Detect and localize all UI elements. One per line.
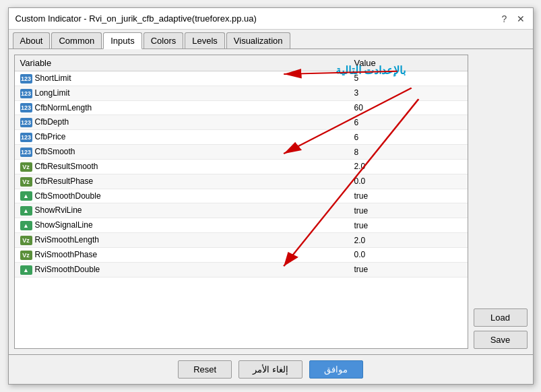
variables-table: Variable Value 123ShortLimit5123LongLimi… (15, 55, 468, 277)
variable-name-cell: 123CfbPrice (15, 130, 349, 145)
variable-name-cell: ▲RviSmoothDouble (15, 262, 349, 277)
col-value-header: Value (348, 55, 467, 71)
side-buttons: Load Save (474, 55, 528, 349)
variable-value-cell[interactable]: 6 (348, 115, 467, 130)
table-row[interactable]: 123LongLimit3 (15, 86, 468, 100)
type-icon: Vz (20, 162, 32, 172)
table-row[interactable]: VzRviSmoothPhase0.0 (15, 247, 468, 262)
cancel-button[interactable]: إلغاء الأمر (238, 360, 303, 379)
table-row[interactable]: 123CfbPrice6 (15, 130, 468, 145)
variables-table-container[interactable]: Variable Value 123ShortLimit5123LongLimi… (14, 55, 468, 349)
ok-button[interactable]: موافق (309, 360, 363, 379)
variable-name-cell: ▲ShowRviLine (15, 203, 349, 218)
dialog: Custom Indicator - Rvi_on_jurik_cfb_adap… (8, 7, 534, 385)
title-bar-controls: ? ✕ (499, 13, 526, 24)
type-icon: 123 (20, 74, 32, 84)
tab-bar: About Common Inputs Colors Levels Visual… (9, 30, 533, 49)
reset-button[interactable]: Reset (178, 360, 232, 379)
col-variable-header: Variable (15, 55, 349, 71)
variable-value-cell[interactable]: 8 (348, 145, 467, 160)
variable-value-cell[interactable]: 5 (348, 71, 467, 86)
variable-value-cell[interactable]: 6 (348, 130, 467, 145)
variable-name-cell: ▲ShowSignalLine (15, 218, 349, 233)
variable-name-cell: 123CfbDepth (15, 115, 349, 130)
variable-value-cell[interactable]: 0.0 (348, 174, 467, 189)
title-bar: Custom Indicator - Rvi_on_jurik_cfb_adap… (9, 8, 533, 30)
table-row[interactable]: 123CfbDepth6 (15, 115, 468, 130)
variable-value-cell[interactable]: 2.0 (348, 159, 467, 174)
type-icon: 123 (20, 89, 32, 98)
dialog-title: Custom Indicator - Rvi_on_jurik_cfb_adap… (15, 13, 257, 24)
type-icon: ▲ (20, 206, 32, 216)
tab-inputs[interactable]: Inputs (103, 32, 141, 49)
footer: Reset إلغاء الأمر موافق (9, 354, 533, 384)
save-button[interactable]: Save (474, 331, 528, 349)
table-row[interactable]: ▲ShowRviLinetrue (15, 203, 468, 218)
variable-name-cell: 123ShortLimit (15, 71, 349, 86)
type-icon: ▲ (20, 191, 32, 201)
type-icon: Vz (20, 177, 32, 187)
variable-name-cell: VzCfbResultSmooth (15, 159, 349, 174)
type-icon: 123 (20, 103, 32, 112)
variable-name-cell: VzRviSmoothPhase (15, 247, 349, 262)
type-icon: Vz (20, 236, 32, 245)
content-area: Variable Value 123ShortLimit5123LongLimi… (9, 49, 533, 354)
variable-value-cell[interactable]: true (348, 189, 467, 203)
type-icon: 123 (20, 148, 32, 157)
variable-name-cell: 123CfbSmooth (15, 145, 349, 160)
type-icon: ▲ (20, 221, 32, 230)
variable-name-cell: 123CfbNormLength (15, 100, 349, 115)
help-button[interactable]: ? (499, 13, 510, 24)
type-icon: Vz (20, 251, 32, 260)
variable-name-cell: ▲CfbSmoothDouble (15, 189, 349, 203)
table-row[interactable]: ▲CfbSmoothDoubletrue (15, 189, 468, 203)
variable-name-cell: VzRviSmoothLength (15, 233, 349, 248)
tab-common[interactable]: Common (51, 32, 102, 48)
type-icon: 123 (20, 118, 32, 127)
table-row[interactable]: 123CfbNormLength60 (15, 100, 468, 115)
variable-value-cell[interactable]: true (348, 218, 467, 233)
variable-name-cell: 123LongLimit (15, 86, 349, 100)
table-row[interactable]: ▲ShowSignalLinetrue (15, 218, 468, 233)
load-button[interactable]: Load (474, 308, 528, 327)
tab-colors[interactable]: Colors (144, 32, 184, 48)
variable-value-cell[interactable]: 3 (348, 86, 467, 100)
tab-levels[interactable]: Levels (185, 32, 225, 48)
variable-value-cell[interactable]: 0.0 (348, 247, 467, 262)
close-button[interactable]: ✕ (515, 13, 526, 24)
table-row[interactable]: 123CfbSmooth8 (15, 145, 468, 160)
variable-value-cell[interactable]: 60 (348, 100, 467, 115)
tab-visualization[interactable]: Visualization (226, 32, 290, 48)
table-row[interactable]: VzCfbResultPhase0.0 (15, 174, 468, 189)
variable-name-cell: VzCfbResultPhase (15, 174, 349, 189)
table-row[interactable]: ▲RviSmoothDoubletrue (15, 262, 468, 277)
variable-value-cell[interactable]: 2.0 (348, 233, 467, 248)
table-row[interactable]: 123ShortLimit5 (15, 71, 468, 86)
table-row[interactable]: VzCfbResultSmooth2.0 (15, 159, 468, 174)
table-row[interactable]: VzRviSmoothLength2.0 (15, 233, 468, 248)
variable-value-cell[interactable]: true (348, 203, 467, 218)
variable-value-cell[interactable]: true (348, 262, 467, 277)
type-icon: 123 (20, 133, 32, 142)
tab-about[interactable]: About (13, 32, 51, 48)
type-icon: ▲ (20, 265, 32, 275)
